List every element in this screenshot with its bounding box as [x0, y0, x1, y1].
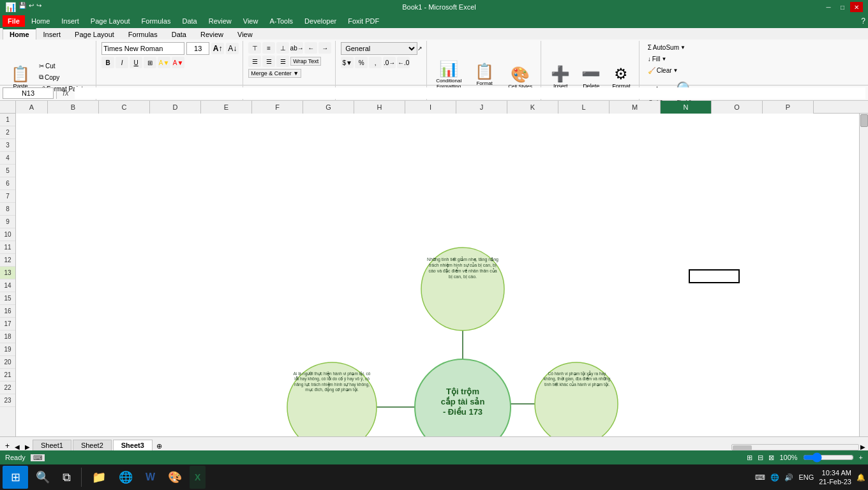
col-header-i[interactable]: I — [405, 101, 456, 114]
row-num-23[interactable]: 23 — [0, 394, 15, 407]
bold-button[interactable]: B — [101, 57, 114, 68]
col-header-g[interactable]: G — [303, 101, 354, 114]
row-num-13[interactable]: 13 — [0, 267, 15, 279]
vertical-scrollbar[interactable] — [859, 114, 868, 436]
paint-btn[interactable]: 🎨 — [163, 466, 187, 489]
col-header-j[interactable]: J — [456, 101, 507, 114]
word-btn[interactable]: W — [140, 466, 160, 489]
col-header-k[interactable]: K — [507, 101, 558, 114]
sheet-tab-2[interactable]: Sheet2 — [73, 440, 112, 450]
autosum-button[interactable]: Σ AutoSum ▼ — [645, 42, 689, 52]
indent-increase-button[interactable]: → — [318, 42, 331, 54]
file-menu-button[interactable]: File — [3, 15, 25, 27]
comma-button[interactable]: , — [369, 57, 382, 68]
developer-menu-item[interactable]: Developer — [299, 16, 341, 26]
data-menu-item[interactable]: Data — [177, 16, 202, 26]
col-header-e[interactable]: E — [201, 101, 252, 114]
atools-menu-item[interactable]: A-Tools — [264, 16, 298, 26]
row-num-9[interactable]: 9 — [0, 216, 15, 228]
chrome-btn[interactable]: 🌐 — [114, 466, 138, 489]
decimal-increase-button[interactable]: .0→ — [383, 57, 396, 68]
row-num-3[interactable]: 3 — [0, 139, 15, 152]
row-num-8[interactable]: 8 — [0, 203, 15, 216]
copy-button[interactable]: ⧉ Copy — [36, 72, 92, 82]
number-format-select[interactable]: General Number Currency Date — [341, 42, 417, 55]
row-num-18[interactable]: 18 — [0, 330, 15, 343]
row-num-16[interactable]: 16 — [0, 305, 15, 318]
row-num-1[interactable]: 1 — [0, 114, 15, 126]
notification-icon[interactable]: 🔔 — [857, 473, 865, 482]
col-header-c[interactable]: C — [99, 101, 150, 114]
excel-btn[interactable]: X — [190, 466, 206, 489]
fill-button[interactable]: ↓ Fill ▼ — [645, 54, 670, 64]
font-color-button[interactable]: A▼ — [172, 57, 184, 68]
row-num-14[interactable]: 14 — [0, 279, 15, 292]
tab-home[interactable]: Home — [3, 28, 36, 40]
col-header-b[interactable]: B — [48, 101, 99, 114]
tab-insert[interactable]: Insert — [36, 29, 68, 40]
font-size-input[interactable]: 13 — [186, 42, 209, 55]
cut-button[interactable]: ✂ Cut — [36, 61, 92, 71]
row-num-22[interactable]: 22 — [0, 382, 15, 394]
underline-button[interactable]: U — [130, 57, 142, 68]
scrollbar-thumb-v[interactable] — [860, 114, 868, 127]
grid-area[interactable]: Những tình tiết giảm nhẹ, tăng nặng trác… — [16, 114, 859, 436]
wrap-text-button[interactable]: Wrap Text — [290, 57, 321, 66]
scrollbar-thumb-h[interactable] — [733, 445, 752, 450]
indent-decrease-button[interactable]: ← — [304, 42, 317, 54]
help-icon[interactable]: ? — [861, 17, 865, 26]
name-box[interactable] — [3, 87, 54, 99]
col-header-p[interactable]: P — [763, 101, 814, 114]
col-header-l[interactable]: L — [558, 101, 610, 114]
row-num-10[interactable]: 10 — [0, 228, 15, 241]
tab-formulas[interactable]: Formulas — [121, 29, 165, 40]
insert-menu-item[interactable]: Insert — [56, 16, 84, 26]
row-num-19[interactable]: 19 — [0, 343, 15, 356]
close-button[interactable]: ✕ — [850, 2, 863, 12]
row-num-20[interactable]: 20 — [0, 356, 15, 369]
start-button[interactable]: ⊞ — [3, 466, 28, 489]
row-num-11[interactable]: 11 — [0, 241, 15, 254]
clear-button[interactable]: 🧹 Clear ▼ — [645, 65, 682, 75]
col-header-d[interactable]: D — [150, 101, 201, 114]
font-name-input[interactable]: Times New Roman — [101, 42, 184, 55]
foxitpdf-menu-item[interactable]: Foxit PDF — [343, 16, 384, 26]
row-num-7[interactable]: 7 — [0, 190, 15, 203]
sheet-tab-1[interactable]: Sheet1 — [33, 440, 71, 450]
number-format-expand[interactable]: ↗ — [417, 45, 423, 52]
scroll-right-btn[interactable]: ▶ — [860, 443, 865, 450]
row-num-21[interactable]: 21 — [0, 369, 15, 382]
align-bottom-button[interactable]: ⊥ — [276, 42, 289, 54]
zoom-slider[interactable] — [803, 452, 854, 463]
scroll-sheets-left[interactable]: ◀ — [12, 443, 22, 450]
sheet-tab-3[interactable]: Sheet3 — [113, 440, 153, 450]
tab-review[interactable]: Review — [193, 29, 230, 40]
col-header-o[interactable]: O — [712, 101, 763, 114]
row-num-5[interactable]: 5 — [0, 165, 15, 177]
row-num-2[interactable]: 2 — [0, 126, 15, 139]
merge-center-button[interactable]: Merge & Center ▼ — [248, 69, 301, 78]
row-num-15[interactable]: 15 — [0, 292, 15, 305]
view-menu-item[interactable]: View — [238, 16, 264, 26]
text-direction-button[interactable]: ab→ — [290, 42, 303, 54]
home-menu-item[interactable]: Home — [26, 16, 55, 26]
horizontal-scrollbar[interactable] — [731, 444, 859, 450]
row-num-12[interactable]: 12 — [0, 254, 15, 267]
zoom-in-button[interactable]: + — [859, 454, 863, 461]
review-menu-item[interactable]: Review — [204, 16, 237, 26]
page-layout-menu-item[interactable]: Page Layout — [86, 16, 135, 26]
align-middle-button[interactable]: ≡ — [262, 42, 275, 54]
view-layout-button[interactable]: ⊟ — [758, 454, 763, 462]
row-num-4[interactable]: 4 — [0, 152, 15, 165]
border-button[interactable]: ⊞ — [144, 57, 156, 68]
currency-button[interactable]: $▼ — [341, 57, 354, 68]
row-num-17[interactable]: 17 — [0, 318, 15, 330]
align-right-button[interactable]: ☰ — [276, 56, 289, 67]
row-num-6[interactable]: 6 — [0, 177, 15, 190]
col-header-m[interactable]: M — [610, 101, 661, 114]
scroll-sheets-right[interactable]: ▶ — [22, 443, 33, 450]
fill-color-button[interactable]: A▼ — [158, 57, 170, 68]
col-header-a[interactable]: A — [16, 101, 48, 114]
maximize-button[interactable]: □ — [836, 2, 849, 12]
formulas-menu-item[interactable]: Formulas — [137, 16, 176, 26]
